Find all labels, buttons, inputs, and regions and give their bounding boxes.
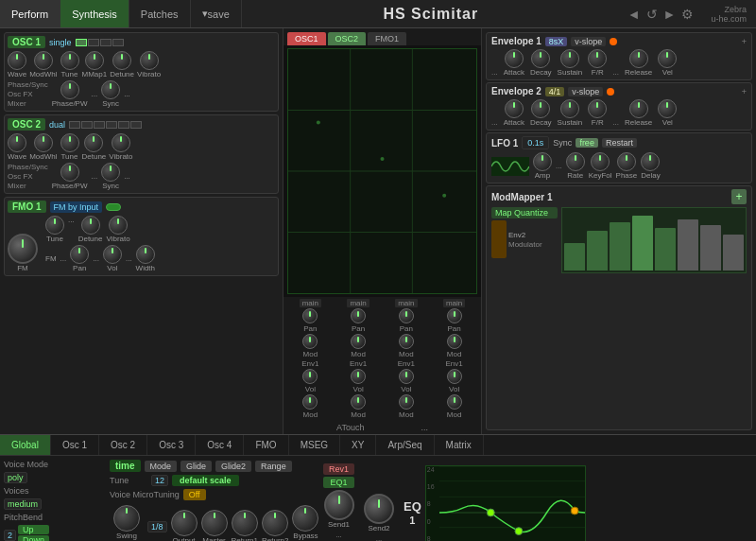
- lfo1-keyfol-knob[interactable]: KeyFol: [589, 152, 612, 180]
- ch2-pan-knob[interactable]: [351, 308, 366, 323]
- ch2-vol-knob[interactable]: [351, 369, 366, 384]
- tab-perform[interactable]: Perform: [0, 0, 60, 27]
- lfo1-phase-knob[interactable]: Phase: [616, 152, 638, 180]
- osc1-detune-knob[interactable]: Detune: [110, 51, 134, 79]
- lfo1-restart-btn[interactable]: Restart: [602, 138, 637, 148]
- fmo1-width-knob[interactable]: Width: [136, 245, 155, 272]
- osc2-modwhl-knob[interactable]: ModWhl: [29, 133, 57, 161]
- ch1-pan-knob[interactable]: [302, 308, 318, 323]
- osc1-phasepw-knob[interactable]: Phase/PW: [52, 80, 88, 108]
- btab-osc4[interactable]: Osc 4: [196, 435, 244, 455]
- pb-down-btn[interactable]: Down: [18, 535, 49, 541]
- tab-synthesis[interactable]: Synthesis: [60, 0, 129, 27]
- tab-save[interactable]: ▾ save: [191, 0, 242, 27]
- fmo1-fm-knob[interactable]: FM: [8, 234, 38, 272]
- tab-patches[interactable]: Patches: [129, 0, 191, 27]
- swing-val[interactable]: 1/8: [147, 521, 167, 532]
- pb-up-btn[interactable]: Up: [18, 525, 49, 534]
- ch3-vol-knob[interactable]: [399, 369, 414, 384]
- env1-expand[interactable]: +: [742, 37, 747, 46]
- osc2-tune-knob[interactable]: Tune: [60, 133, 79, 161]
- env1-badge[interactable]: 8sX: [545, 37, 568, 46]
- ch3-mod-knob[interactable]: [399, 334, 414, 349]
- wave-icon-4[interactable]: [112, 39, 124, 46]
- pb-value[interactable]: 2: [4, 530, 16, 541]
- osc2-wave-6[interactable]: [130, 121, 142, 129]
- ch4-mod2-knob[interactable]: [447, 394, 462, 410]
- osc2-sync-knob[interactable]: Sync: [101, 163, 120, 190]
- nav-fwd-icon[interactable]: ►: [663, 7, 677, 22]
- voice-mode-value[interactable]: poly: [4, 472, 27, 483]
- return1-knob[interactable]: Return1: [232, 510, 258, 542]
- osc2-detune-knob[interactable]: Detune: [82, 133, 107, 161]
- env2-decay-knob[interactable]: Decay: [530, 99, 552, 127]
- fmo1-vibrato-knob[interactable]: Vibrato: [106, 216, 129, 243]
- env2-expand[interactable]: +: [742, 87, 747, 96]
- osc1-mmap-knob[interactable]: MMap1: [82, 51, 108, 79]
- lfo1-delay-knob[interactable]: Delay: [641, 152, 660, 180]
- osc2-wave-knob[interactable]: Wave: [8, 133, 26, 161]
- master-knob[interactable]: Master: [201, 510, 228, 542]
- return2-knob[interactable]: Return2: [262, 510, 288, 542]
- modmapper-quantize[interactable]: Map Quantize: [491, 207, 558, 218]
- refresh-icon[interactable]: ↺: [646, 7, 658, 22]
- lfo1-value[interactable]: 0.1s: [522, 136, 549, 149]
- osc1-vibrato-knob[interactable]: Vibrato: [137, 51, 161, 79]
- rev1-badge[interactable]: Rev1: [323, 463, 354, 475]
- fmo1-vol-knob[interactable]: Vol: [103, 245, 122, 272]
- range-btn[interactable]: Range: [255, 461, 292, 472]
- osc-tab-fmo1[interactable]: FMO1: [368, 32, 406, 45]
- output-knob[interactable]: Output: [171, 510, 198, 542]
- env2-fr-knob[interactable]: F/R: [588, 99, 607, 127]
- ch3-main[interactable]: main: [395, 299, 417, 307]
- btab-osc2[interactable]: Osc 2: [99, 435, 147, 455]
- osc2-wave-5[interactable]: [118, 121, 129, 129]
- env1-sustain-knob[interactable]: Sustain: [558, 49, 583, 77]
- ch1-mod-knob[interactable]: [302, 334, 318, 349]
- ch4-vol-knob[interactable]: [447, 369, 462, 384]
- env2-release-knob[interactable]: Release: [625, 99, 652, 127]
- ch1-main[interactable]: main: [300, 299, 321, 307]
- btab-matrix[interactable]: Matrix: [435, 435, 484, 455]
- env1-vel-knob[interactable]: Vel: [658, 49, 677, 77]
- ch2-mod-knob[interactable]: [351, 334, 366, 349]
- osc-tab-osc2[interactable]: OSC2: [328, 32, 367, 45]
- btab-osc1[interactable]: Osc 1: [51, 435, 99, 455]
- osc-tab-osc1[interactable]: OSC1: [287, 32, 326, 45]
- fmo1-tune-knob[interactable]: Tune: [45, 216, 64, 243]
- btab-arpseq[interactable]: Arp/Seq: [376, 435, 434, 455]
- send2-knob[interactable]: Send2: [364, 494, 394, 532]
- osc1-tune-knob[interactable]: Tune: [60, 51, 79, 79]
- time-value[interactable]: time: [110, 460, 141, 472]
- glide2-btn[interactable]: Glide2: [215, 461, 251, 472]
- ch4-pan-knob[interactable]: [447, 308, 462, 323]
- ch3-pan-knob[interactable]: [399, 308, 414, 323]
- lfo1-rate-knob[interactable]: Rate: [566, 152, 585, 180]
- osc2-wave-1[interactable]: [69, 121, 80, 129]
- off-btn[interactable]: Off: [183, 489, 206, 500]
- env1-fr-knob[interactable]: F/R: [588, 49, 607, 77]
- modmapper-chart[interactable]: [561, 207, 747, 273]
- btab-osc3[interactable]: Osc 3: [147, 435, 196, 455]
- scale-display[interactable]: default scale: [172, 475, 239, 486]
- env2-sustain-knob[interactable]: Sustain: [558, 99, 583, 127]
- modmapper-add-btn[interactable]: +: [731, 189, 747, 204]
- env2-badge[interactable]: 4/1: [545, 87, 565, 96]
- wave-icon-1[interactable]: [76, 39, 87, 46]
- ch2-mod2-knob[interactable]: [351, 394, 366, 410]
- eq-display[interactable]: 24 16 8 0 8 16: [425, 465, 586, 541]
- ch2-main[interactable]: main: [347, 299, 369, 307]
- env2-type[interactable]: v-slope: [568, 87, 603, 96]
- osc2-phasepw-knob[interactable]: Phase/PW: [52, 163, 88, 190]
- mode-btn[interactable]: Mode: [145, 461, 178, 472]
- osc1-sync-knob[interactable]: Sync: [101, 80, 120, 108]
- fine-value[interactable]: 12: [151, 475, 168, 486]
- send1-knob[interactable]: Send1: [324, 490, 354, 529]
- glide-btn[interactable]: Glide: [180, 461, 212, 472]
- osc2-vibrato-knob[interactable]: Vibrato: [109, 133, 132, 161]
- ch4-mod-knob[interactable]: [447, 334, 462, 349]
- voices-value[interactable]: medium: [4, 498, 42, 510]
- bypassfx-knob[interactable]: Bypass FX: [292, 505, 318, 541]
- btab-mseg[interactable]: MSEG: [289, 435, 340, 455]
- osc2-wave-4[interactable]: [106, 121, 117, 129]
